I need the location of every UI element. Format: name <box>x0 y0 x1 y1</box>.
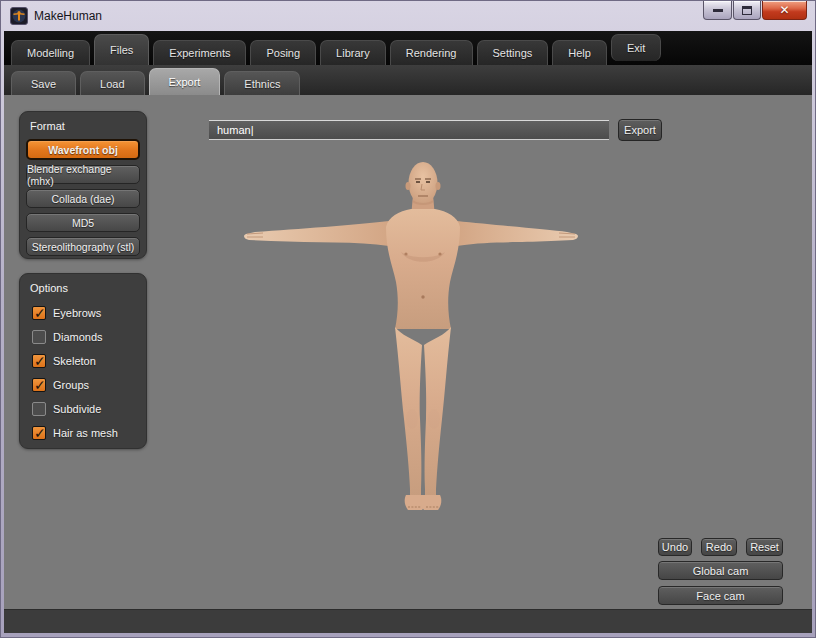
subtab-label: Load <box>100 78 124 90</box>
checkbox-label: Skeleton <box>53 355 96 367</box>
format-blender-mhx-button[interactable]: Blender exchange (mhx) <box>26 165 140 184</box>
checkbox-label: Eyebrows <box>53 307 101 319</box>
format-collada-dae-button[interactable]: Collada (dae) <box>26 189 140 208</box>
maximize-icon <box>742 6 752 15</box>
human-model[interactable] <box>241 157 581 517</box>
viewport-3d[interactable]: Format Wavefront obj Blender exchange (m… <box>4 95 812 609</box>
tab-rendering[interactable]: Rendering <box>390 40 473 65</box>
makehuman-window: MakeHuman ✕ Modelling Files Experiments … <box>0 0 816 638</box>
global-cam-button[interactable]: Global cam <box>658 561 783 580</box>
export-button-label: Export <box>624 124 656 136</box>
tab-modelling[interactable]: Modelling <box>11 40 90 65</box>
window-title: MakeHuman <box>34 9 102 23</box>
groups-checkbox-icon[interactable] <box>32 378 46 392</box>
eyebrows-checkbox-icon[interactable] <box>32 306 46 320</box>
checkbox-subdivide[interactable]: Subdivide <box>26 397 140 421</box>
minimize-button[interactable] <box>703 1 732 20</box>
minimize-icon <box>713 9 723 12</box>
tab-label: Experiments <box>169 47 230 59</box>
checkbox-hair-as-mesh[interactable]: Hair as mesh <box>26 421 140 445</box>
undo-label: Undo <box>662 541 688 553</box>
format-md5-button[interactable]: MD5 <box>26 213 140 232</box>
tab-label: Settings <box>493 47 533 59</box>
window-controls: ✕ <box>703 1 807 20</box>
tab-library[interactable]: Library <box>320 40 386 65</box>
options-panel-title: Options <box>30 282 140 294</box>
app-frame: Modelling Files Experiments Posing Libra… <box>4 31 812 633</box>
tab-label: Exit <box>627 42 645 54</box>
sub-tab-bar: Save Load Export Ethnics <box>4 65 812 95</box>
makehuman-logo-icon <box>10 7 28 25</box>
checkbox-label: Groups <box>53 379 89 391</box>
checkbox-label: Diamonds <box>53 331 103 343</box>
redo-label: Redo <box>706 541 732 553</box>
export-filename-input[interactable] <box>209 120 609 140</box>
format-wavefront-obj-button[interactable]: Wavefront obj <box>26 139 140 160</box>
format-button-label: Blender exchange (mhx) <box>27 163 139 187</box>
global-cam-label: Global cam <box>693 565 749 577</box>
tab-settings[interactable]: Settings <box>477 40 549 65</box>
reset-button[interactable]: Reset <box>746 538 783 556</box>
reset-label: Reset <box>750 541 779 553</box>
checkbox-eyebrows[interactable]: Eyebrows <box>26 301 140 325</box>
export-button[interactable]: Export <box>618 119 662 141</box>
tab-label: Files <box>110 44 133 56</box>
history-controls: Undo Redo Reset <box>658 538 783 556</box>
close-icon: ✕ <box>779 3 789 17</box>
tab-label: Library <box>336 47 370 59</box>
subtab-save[interactable]: Save <box>11 71 76 95</box>
subtab-label: Ethnics <box>244 78 280 90</box>
hair-as-mesh-checkbox-icon[interactable] <box>32 426 46 440</box>
subtab-export[interactable]: Export <box>149 68 221 95</box>
skeleton-checkbox-icon[interactable] <box>32 354 46 368</box>
subtab-load[interactable]: Load <box>80 71 144 95</box>
format-panel: Format Wavefront obj Blender exchange (m… <box>19 111 147 259</box>
face-cam-label: Face cam <box>696 590 744 602</box>
checkbox-diamonds[interactable]: Diamonds <box>26 325 140 349</box>
tab-label: Modelling <box>27 47 74 59</box>
checkbox-groups[interactable]: Groups <box>26 373 140 397</box>
redo-button[interactable]: Redo <box>701 538 737 556</box>
subdivide-checkbox-icon[interactable] <box>32 402 46 416</box>
checkbox-skeleton[interactable]: Skeleton <box>26 349 140 373</box>
tab-label: Posing <box>266 47 300 59</box>
subtab-label: Export <box>169 76 201 88</box>
undo-button[interactable]: Undo <box>658 538 692 556</box>
format-button-label: MD5 <box>72 217 94 229</box>
tab-help[interactable]: Help <box>552 40 607 65</box>
format-panel-title: Format <box>30 120 140 132</box>
main-menu-bar: Modelling Files Experiments Posing Libra… <box>4 31 812 65</box>
status-bar <box>4 609 812 633</box>
format-button-label: Wavefront obj <box>48 144 118 156</box>
format-button-label: Collada (dae) <box>51 193 114 205</box>
checkbox-label: Hair as mesh <box>53 427 118 439</box>
checkbox-label: Subdivide <box>53 403 101 415</box>
tab-label: Rendering <box>406 47 457 59</box>
format-stereolithography-button[interactable]: Stereolithography (stl) <box>26 237 140 256</box>
tab-label: Help <box>568 47 591 59</box>
tab-files[interactable]: Files <box>94 34 149 65</box>
format-button-label: Stereolithography (stl) <box>32 241 135 253</box>
options-panel: Options Eyebrows Diamonds Skeleton Group… <box>19 273 147 449</box>
diamonds-checkbox-icon[interactable] <box>32 330 46 344</box>
close-button[interactable]: ✕ <box>762 1 807 20</box>
tab-experiments[interactable]: Experiments <box>153 40 246 65</box>
tab-posing[interactable]: Posing <box>250 40 316 65</box>
face-cam-button[interactable]: Face cam <box>658 586 783 605</box>
tab-exit[interactable]: Exit <box>611 34 661 61</box>
title-bar[interactable]: MakeHuman ✕ <box>1 1 815 31</box>
subtab-label: Save <box>31 78 56 90</box>
subtab-ethnics[interactable]: Ethnics <box>224 71 300 95</box>
maximize-button[interactable] <box>733 1 761 20</box>
